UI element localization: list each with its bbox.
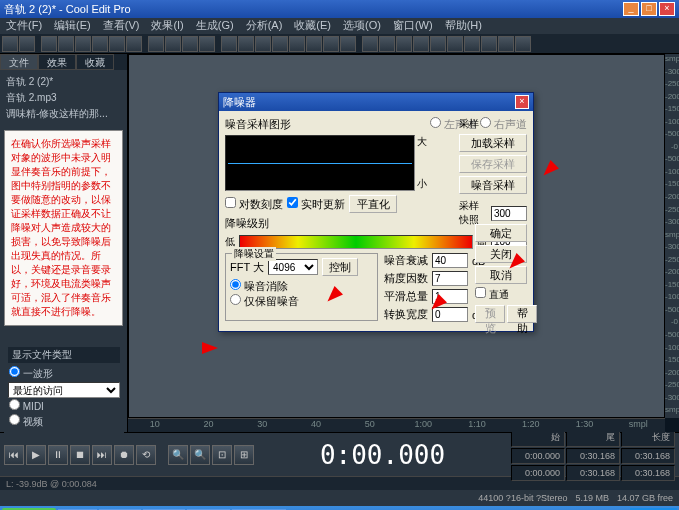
menu-file[interactable]: 文件(F) bbox=[6, 18, 42, 34]
menu-effects[interactable]: 效果(I) bbox=[151, 18, 183, 34]
tool-button[interactable] bbox=[255, 36, 271, 52]
tab-fav[interactable]: 收藏 bbox=[76, 54, 114, 70]
display-opt-wave[interactable]: 一波形 bbox=[8, 365, 120, 382]
menu-edit[interactable]: 编辑(E) bbox=[54, 18, 91, 34]
realtime-check[interactable]: 实时更新 bbox=[287, 197, 345, 212]
settings-group-title: 降噪设置 bbox=[232, 247, 276, 261]
tab-file[interactable]: 文件 bbox=[0, 54, 38, 70]
menu-window[interactable]: 窗口(W) bbox=[393, 18, 433, 34]
tool-button[interactable] bbox=[515, 36, 531, 52]
preview-button[interactable]: 预览 bbox=[475, 305, 505, 323]
tool-button[interactable] bbox=[464, 36, 480, 52]
tool-button[interactable] bbox=[2, 36, 18, 52]
menu-view[interactable]: 查看(V) bbox=[103, 18, 140, 34]
tool-button[interactable] bbox=[379, 36, 395, 52]
view-end: 0:30.168 bbox=[566, 465, 620, 481]
load-profile-button[interactable]: 加载采样 bbox=[459, 134, 527, 152]
recent-select[interactable]: 最近的访问 bbox=[8, 382, 120, 398]
play-button[interactable]: ▶ bbox=[26, 445, 46, 465]
tool-button[interactable] bbox=[238, 36, 254, 52]
tool-button[interactable] bbox=[498, 36, 514, 52]
snapshot-input[interactable] bbox=[491, 206, 527, 221]
remove-noise-radio[interactable]: 噪音消除 bbox=[230, 280, 288, 292]
tool-button[interactable] bbox=[447, 36, 463, 52]
flatten-button[interactable]: 平直化 bbox=[349, 195, 397, 213]
sel-length: 0:30.168 bbox=[621, 448, 675, 464]
display-opt-midi[interactable]: MIDI bbox=[8, 398, 120, 413]
profile-label: 噪音采样图形 bbox=[225, 117, 291, 132]
nr-level-label: 降噪级别 bbox=[225, 216, 269, 231]
menu-help[interactable]: 帮助(H) bbox=[445, 18, 482, 34]
save-profile-button[interactable]: 保存采样 bbox=[459, 155, 527, 173]
menu-analyze[interactable]: 分析(A) bbox=[246, 18, 283, 34]
tool-button[interactable] bbox=[182, 36, 198, 52]
tool-button[interactable] bbox=[126, 36, 142, 52]
zoom-out-button[interactable]: 🔍 bbox=[190, 445, 210, 465]
fft-size-select[interactable]: 4096 bbox=[268, 259, 318, 275]
tool-button[interactable] bbox=[58, 36, 74, 52]
arrow-icon bbox=[202, 342, 224, 354]
left-channel-radio[interactable] bbox=[430, 117, 441, 128]
precision-input[interactable] bbox=[432, 271, 468, 286]
menu-fav[interactable]: 收藏(E) bbox=[294, 18, 331, 34]
tool-button[interactable] bbox=[362, 36, 378, 52]
get-profile-button[interactable]: 噪音采样 bbox=[459, 176, 527, 194]
tool-button[interactable] bbox=[221, 36, 237, 52]
zoom-fit-button[interactable]: ⊡ bbox=[212, 445, 232, 465]
tool-button[interactable] bbox=[109, 36, 125, 52]
zoom-in-button[interactable]: 🔍 bbox=[168, 445, 188, 465]
zoom-sel-button[interactable]: ⊞ bbox=[234, 445, 254, 465]
tool-button[interactable] bbox=[396, 36, 412, 52]
list-item[interactable]: 音轨 2 (2)* bbox=[4, 74, 123, 90]
noise-profile-preview bbox=[225, 135, 415, 191]
sel-start: 0:00.000 bbox=[511, 448, 565, 464]
keep-noise-radio[interactable]: 仅保留噪音 bbox=[230, 295, 299, 307]
snapshot-label: 采样快照 bbox=[459, 199, 487, 227]
tool-button[interactable] bbox=[430, 36, 446, 52]
atten-label: 噪音衰减 bbox=[384, 253, 428, 268]
dialog-titlebar[interactable]: 降噪器 × bbox=[219, 93, 533, 111]
tool-button[interactable] bbox=[165, 36, 181, 52]
tool-button[interactable] bbox=[289, 36, 305, 52]
ok-button[interactable]: 确定 bbox=[475, 224, 527, 242]
log-scale-check[interactable]: 对数刻度 bbox=[225, 197, 283, 212]
menu-options[interactable]: 选项(O) bbox=[343, 18, 381, 34]
tab-fx[interactable]: 效果 bbox=[38, 54, 76, 70]
list-item[interactable]: 调味精-修改这样的那... bbox=[4, 106, 123, 122]
view-start: 0:00.000 bbox=[511, 465, 565, 481]
tool-button[interactable] bbox=[19, 36, 35, 52]
tool-button[interactable] bbox=[413, 36, 429, 52]
tool-button[interactable] bbox=[272, 36, 288, 52]
minimize-button[interactable]: _ bbox=[623, 2, 639, 16]
list-item[interactable]: 音轨 2.mp3 bbox=[4, 90, 123, 106]
maximize-button[interactable]: □ bbox=[641, 2, 657, 16]
loop-button[interactable]: ⟲ bbox=[136, 445, 156, 465]
tool-button[interactable] bbox=[306, 36, 322, 52]
dialog-close-button[interactable]: × bbox=[515, 95, 529, 109]
display-opt-video[interactable]: 视频 bbox=[8, 413, 120, 430]
window-close-button[interactable]: × bbox=[659, 2, 675, 16]
pause-button[interactable]: ⏸ bbox=[48, 445, 68, 465]
control-button[interactable]: 控制 bbox=[322, 258, 358, 276]
timeline[interactable]: 10203040501:001:101:201:30smpl bbox=[128, 418, 665, 432]
tool-button[interactable] bbox=[481, 36, 497, 52]
tool-button[interactable] bbox=[75, 36, 91, 52]
tool-button[interactable] bbox=[148, 36, 164, 52]
windows-taskbar: ⊞ 开始 01.ch 无标... 音轨... Real... 风云下载 🔊 2:… bbox=[0, 506, 679, 510]
stop-button[interactable]: ⏹ bbox=[70, 445, 90, 465]
fft-label: FFT 大 bbox=[230, 260, 264, 275]
bypass-check[interactable]: 直通 bbox=[475, 287, 527, 302]
tool-button[interactable] bbox=[92, 36, 108, 52]
atten-input[interactable] bbox=[432, 253, 468, 268]
help-button[interactable]: 帮助 bbox=[507, 305, 537, 323]
tool-button[interactable] bbox=[41, 36, 57, 52]
menu-generate[interactable]: 生成(G) bbox=[196, 18, 234, 34]
record-button[interactable]: ⏺ bbox=[114, 445, 134, 465]
tool-button[interactable] bbox=[323, 36, 339, 52]
size-status: 5.19 MB bbox=[575, 493, 609, 503]
rewind-button[interactable]: ⏮ bbox=[4, 445, 24, 465]
forward-button[interactable]: ⏭ bbox=[92, 445, 112, 465]
tool-button[interactable] bbox=[199, 36, 215, 52]
tool-button[interactable] bbox=[340, 36, 356, 52]
amplitude-scale: smpl-30000-25000-20000-15000-10000-5000-… bbox=[665, 54, 679, 418]
